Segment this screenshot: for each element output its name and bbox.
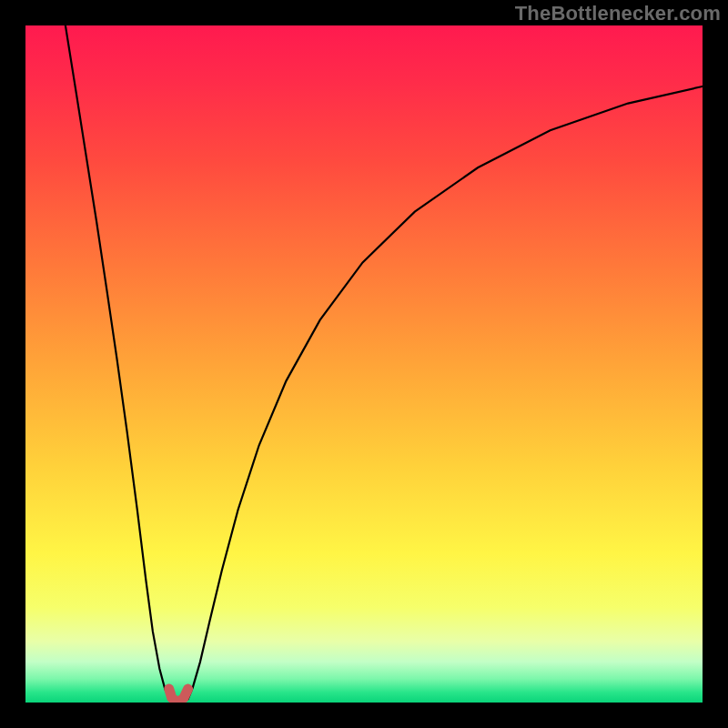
chart-svg [25, 25, 703, 703]
gradient-background [25, 25, 703, 703]
plot-area [25, 25, 703, 703]
watermark-text: TheBottlenecker.com [515, 2, 721, 25]
chart-frame: TheBottlenecker.com [0, 0, 728, 728]
